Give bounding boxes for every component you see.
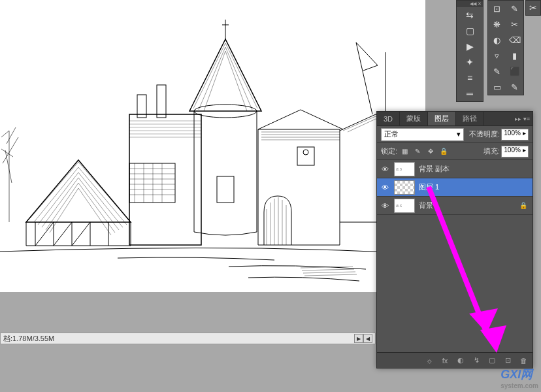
filesize: 1.78M/3.55M bbox=[12, 335, 54, 342]
layer-row-2[interactable]: 👁 背景 🔒 bbox=[377, 197, 533, 215]
tool-f2-icon[interactable]: ✎ bbox=[506, 79, 523, 95]
watermark-sub: system.com bbox=[500, 382, 538, 389]
layer-name: 背景 副本 bbox=[419, 164, 450, 174]
scroll-right-1-icon[interactable]: ▶ bbox=[354, 334, 363, 343]
canvas-area[interactable] bbox=[0, 0, 425, 292]
tab-layers[interactable]: 图层 bbox=[428, 112, 456, 125]
crop-tool-icon[interactable]: ✂ bbox=[525, 0, 541, 16]
blend-row: 正常 ▾ 不透明度: 100% ▸ bbox=[377, 126, 533, 143]
opacity-input[interactable]: 100% ▸ bbox=[501, 129, 529, 140]
layer-thumbnail bbox=[394, 162, 415, 176]
play-icon[interactable]: ▶ bbox=[457, 39, 483, 54]
lines-icon[interactable]: ≡ bbox=[457, 70, 483, 86]
scroll-left-icon[interactable]: ◀ bbox=[363, 334, 372, 343]
visibility-icon[interactable]: 👁 bbox=[380, 165, 390, 173]
adjustment-icon[interactable]: ↯ bbox=[471, 355, 482, 366]
tool-c1-icon[interactable]: ◐ bbox=[488, 32, 506, 48]
visibility-icon[interactable]: 👁 bbox=[380, 202, 390, 210]
panel-header: ◀◀ ✕ bbox=[457, 1, 483, 7]
tool-a2-icon[interactable]: ✎ bbox=[506, 1, 523, 16]
lock-transparent-icon[interactable]: ▦ bbox=[400, 147, 409, 156]
close-icon[interactable]: ✕ bbox=[478, 1, 482, 7]
lock-move-icon[interactable]: ✥ bbox=[426, 147, 435, 156]
tool-d1-icon[interactable]: ▿ bbox=[488, 48, 506, 63]
rect-icon[interactable]: ▢ bbox=[457, 23, 483, 39]
watermark-main: GXI网 bbox=[500, 368, 533, 381]
opacity-label: 不透明度: bbox=[469, 129, 500, 139]
layers-panel: 3D 蒙版 图层 路径 ▸▸ ▾≡ 正常 ▾ 不透明度: 100% ▸ 锁定: … bbox=[376, 111, 533, 368]
layer-thumbnail bbox=[394, 199, 415, 213]
new-layer-icon[interactable]: ⊡ bbox=[502, 355, 513, 366]
layers-empty-area bbox=[377, 215, 533, 352]
layer-name: 背景 bbox=[419, 201, 433, 210]
lock-all-icon[interactable]: 🔒 bbox=[439, 147, 448, 156]
tool-a1-icon[interactable]: ⊡ bbox=[488, 1, 506, 16]
tools-panel-2: ⊡✎ ❋✂ ◐⌫ ▿▮ ✎⬛ ▭✎ bbox=[487, 0, 524, 95]
bars-icon[interactable]: ═ bbox=[457, 86, 483, 101]
panel-menu-icon[interactable]: ▸▸ ▾≡ bbox=[512, 112, 533, 125]
group-icon[interactable]: ▢ bbox=[487, 355, 497, 366]
swap-icon[interactable]: ⇆ bbox=[457, 7, 483, 23]
fill-label: 填充: bbox=[484, 146, 500, 156]
tool-e2-icon[interactable]: ⬛ bbox=[506, 63, 523, 79]
tool-b2-icon[interactable]: ✂ bbox=[506, 16, 523, 32]
status-bar: 档: 1.78M/3.55M ▶ ◀ bbox=[0, 333, 376, 344]
tab-mask[interactable]: 蒙版 bbox=[400, 112, 428, 125]
tab-3d[interactable]: 3D bbox=[377, 112, 400, 125]
layer-thumbnail bbox=[394, 180, 415, 195]
doc-label: 档: bbox=[3, 334, 12, 344]
fill-input[interactable]: 100% ▸ bbox=[501, 146, 529, 157]
layer-row-0[interactable]: 👁 背景 副本 bbox=[377, 160, 533, 178]
fx-icon[interactable]: fx bbox=[440, 355, 450, 366]
visibility-icon[interactable]: 👁 bbox=[380, 184, 390, 191]
tool-b1-icon[interactable]: ❋ bbox=[488, 16, 506, 32]
layer-row-1[interactable]: 👁 图层 1 bbox=[377, 178, 533, 197]
lock-row: 锁定: ▦ ✎ ✥ 🔒 填充: 100% ▸ bbox=[377, 143, 533, 160]
tool-d2-icon[interactable]: ▮ bbox=[506, 48, 523, 63]
lock-label: 锁定: bbox=[381, 146, 397, 156]
tool-c2-icon[interactable]: ⌫ bbox=[506, 32, 523, 48]
tool-e1-icon[interactable]: ✎ bbox=[488, 63, 506, 79]
lock-icon: 🔒 bbox=[519, 202, 527, 209]
tab-paths[interactable]: 路径 bbox=[456, 112, 484, 125]
trash-icon[interactable]: 🗑 bbox=[518, 355, 529, 366]
tools-panel-1: ◀◀ ✕ ⇆ ▢ ▶ ✦ ≡ ═ bbox=[456, 0, 484, 102]
link-icon[interactable]: ☼ bbox=[424, 355, 434, 366]
blend-mode-value: 正常 bbox=[384, 129, 399, 139]
chevron-down-icon: ▾ bbox=[457, 130, 461, 139]
lock-paint-icon[interactable]: ✎ bbox=[413, 147, 422, 156]
collapse-icon[interactable]: ◀◀ bbox=[470, 1, 476, 7]
watermark: GXI网 system.com bbox=[500, 367, 538, 389]
layer-name: 图层 1 bbox=[419, 182, 439, 192]
wand-icon[interactable]: ✦ bbox=[457, 54, 483, 70]
panel-tabs: 3D 蒙版 图层 路径 ▸▸ ▾≡ bbox=[377, 112, 533, 126]
panel-footer: ☼ fx ◐ ↯ ▢ ⊡ 🗑 bbox=[377, 352, 533, 368]
blend-mode-select[interactable]: 正常 ▾ bbox=[381, 128, 464, 141]
sketch-image bbox=[0, 0, 425, 292]
mask-icon[interactable]: ◐ bbox=[455, 355, 466, 366]
tool-f1-icon[interactable]: ▭ bbox=[488, 79, 506, 95]
